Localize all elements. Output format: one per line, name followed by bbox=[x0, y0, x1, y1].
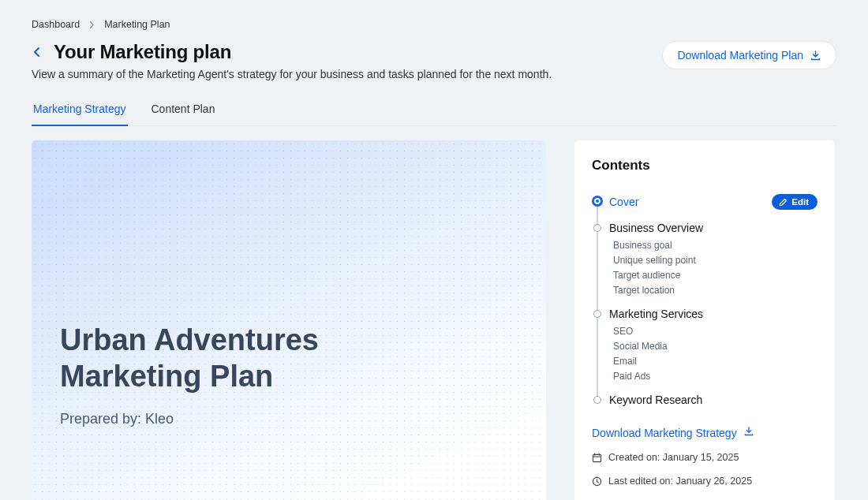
toc-dot-icon bbox=[593, 396, 601, 404]
download-strategy-link[interactable]: Download Marketing Strategy bbox=[592, 426, 817, 439]
toc-subitem[interactable]: SEO bbox=[609, 326, 817, 337]
cover-card: Urban Adventures Marketing Plan Prepared… bbox=[32, 140, 546, 500]
cover-title: Urban Adventures Marketing Plan bbox=[60, 322, 319, 395]
toc-subitem[interactable]: Email bbox=[609, 356, 817, 367]
contents-panel: Contents Cover Edit bbox=[574, 140, 835, 500]
toc-item-cover[interactable]: Cover Edit bbox=[593, 194, 817, 210]
toc-subitem[interactable]: Unique selling point bbox=[609, 255, 817, 266]
toc-dot-icon bbox=[593, 310, 601, 318]
last-edited-text: Last edited on: January 26, 2025 bbox=[608, 476, 752, 487]
edit-label: Edit bbox=[791, 197, 809, 207]
toc-item-business-overview[interactable]: Business Overview Business goal Unique s… bbox=[593, 221, 817, 296]
toc-subitem[interactable]: Target location bbox=[609, 285, 817, 296]
created-on: Created on: January 15, 2025 bbox=[592, 452, 817, 463]
svg-rect-0 bbox=[593, 454, 600, 461]
cover-pattern bbox=[32, 140, 546, 500]
breadcrumb-root[interactable]: Dashboard bbox=[32, 19, 80, 30]
table-of-contents: Cover Edit Business Overview Business g bbox=[593, 194, 817, 407]
edit-button[interactable]: Edit bbox=[772, 194, 817, 210]
chevron-right-icon bbox=[89, 21, 95, 29]
page-title: Your Marketing plan bbox=[54, 41, 231, 63]
toc-item-marketing-services[interactable]: Marketing Services SEO Social Media Emai… bbox=[593, 307, 817, 382]
toc-subitem[interactable]: Paid Ads bbox=[609, 371, 817, 382]
toc-label: Marketing Services bbox=[609, 308, 703, 320]
breadcrumb: Dashboard Marketing Plan bbox=[32, 19, 836, 30]
tab-content-plan[interactable]: Content Plan bbox=[150, 103, 217, 126]
pencil-icon bbox=[779, 198, 788, 207]
back-button[interactable] bbox=[32, 47, 43, 58]
toc-label: Keyword Research bbox=[609, 394, 702, 406]
toc-subitem[interactable]: Business goal bbox=[609, 240, 817, 251]
tab-marketing-strategy[interactable]: Marketing Strategy bbox=[32, 103, 128, 126]
toc-item-keyword-research[interactable]: Keyword Research bbox=[593, 393, 817, 407]
download-strategy-label: Download Marketing Strategy bbox=[592, 427, 737, 439]
last-edited-on: Last edited on: January 26, 2025 bbox=[592, 476, 817, 487]
toc-label: Business Overview bbox=[609, 222, 703, 234]
download-icon bbox=[810, 50, 821, 62]
tabs: Marketing Strategy Content Plan bbox=[32, 103, 836, 126]
toc-subitem[interactable]: Target audience bbox=[609, 270, 817, 281]
toc-label: Cover bbox=[609, 196, 638, 208]
calendar-icon bbox=[592, 453, 602, 463]
contents-heading: Contents bbox=[592, 158, 817, 174]
clock-icon bbox=[592, 476, 602, 487]
download-icon bbox=[743, 426, 754, 439]
toc-dot-icon bbox=[593, 197, 601, 205]
breadcrumb-current[interactable]: Marketing Plan bbox=[104, 19, 170, 30]
page-subtitle: View a summary of the Marketing Agent's … bbox=[32, 68, 552, 80]
toc-subitem[interactable]: Social Media bbox=[609, 341, 817, 352]
cover-prepared-by: Prepared by: Kleo bbox=[60, 411, 319, 427]
created-on-text: Created on: January 15, 2025 bbox=[608, 452, 739, 463]
download-plan-button[interactable]: Download Marketing Plan bbox=[662, 41, 836, 69]
toc-dot-icon bbox=[593, 224, 601, 232]
download-plan-label: Download Marketing Plan bbox=[677, 49, 803, 62]
